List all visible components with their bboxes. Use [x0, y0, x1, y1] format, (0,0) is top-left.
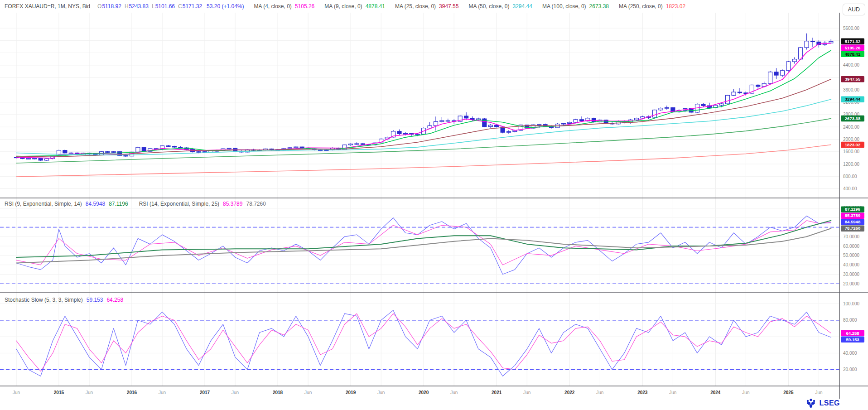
vertical-gridlines — [16, 13, 819, 386]
rsi-legend: RSI (9, Exponential, Simple, 14)84.59488… — [5, 201, 266, 207]
threshold-lines — [0, 227, 839, 369]
main-legend-part: MA (250, close, 0) — [619, 3, 663, 10]
currency-selector[interactable]: AUD — [843, 4, 865, 15]
main-legend-part: 5171.32 — [183, 3, 202, 10]
stoch-legend-part: 64.258 — [106, 297, 123, 303]
chart-application: FOREX XAUAUD=R, 1M, NYS, BidO5118.92H524… — [0, 0, 868, 410]
rsi-legend-part: 87.1196 — [109, 201, 128, 207]
horizontal-gridlines — [0, 28, 839, 370]
main-legend-part: H — [125, 3, 129, 10]
rsi-legend-part: RSI (9, Exponential, Simple, 14) — [5, 201, 82, 207]
main-legend-part: 5243.83 — [129, 3, 149, 10]
main-legend-part: O — [97, 3, 101, 10]
main-chart-legend: FOREX XAUAUD=R, 1M, NYS, BidO5118.92H524… — [5, 3, 685, 10]
main-legend-part: MA (4, close, 0) — [254, 3, 291, 10]
rsi-legend-part: RSI (14, Exponential, Simple, 25) — [139, 201, 219, 207]
main-legend-part: 5101.66 — [155, 3, 175, 10]
stoch-legend-part: Stochastic Slow (5, 3, 3, Simple) — [5, 297, 83, 303]
main-legend-part: MA (25, close, 0) — [395, 3, 436, 10]
main-legend-part: 53.20 (+1.04%) — [207, 3, 244, 10]
lseg-crest-icon — [805, 398, 816, 408]
stoch-legend-part: 59.153 — [87, 297, 103, 303]
main-legend-part: 3294.44 — [513, 3, 532, 10]
main-legend-part: FOREX XAUAUD=R, 1M, NYS, Bid — [5, 3, 90, 10]
main-legend-part: L — [152, 3, 155, 10]
main-legend-part: 3947.55 — [439, 3, 458, 10]
main-legend-part: 2673.38 — [589, 3, 609, 10]
main-legend-part: C — [178, 3, 182, 10]
main-legend-part: MA (50, close, 0) — [468, 3, 509, 10]
lseg-wordmark: LSEG — [819, 399, 840, 407]
main-legend-part: 5118.92 — [102, 3, 121, 10]
main-legend-part: MA (100, close, 0) — [542, 3, 586, 10]
stochastic-legend: Stochastic Slow (5, 3, 3, Simple)59.1536… — [5, 297, 123, 303]
price-axis[interactable] — [841, 13, 868, 386]
rsi-legend-part: 84.5948 — [86, 201, 105, 207]
rsi-legend-part: 85.3789 — [223, 201, 242, 207]
time-axis[interactable] — [0, 386, 839, 399]
main-legend-part: 1823.02 — [666, 3, 685, 10]
lseg-logo: LSEG — [805, 398, 840, 408]
main-legend-part: 4878.41 — [366, 3, 385, 10]
rsi-legend-part: 78.7260 — [246, 201, 265, 207]
main-legend-part: MA (9, close, 0) — [324, 3, 362, 10]
main-legend-part: 5105.26 — [295, 3, 314, 10]
